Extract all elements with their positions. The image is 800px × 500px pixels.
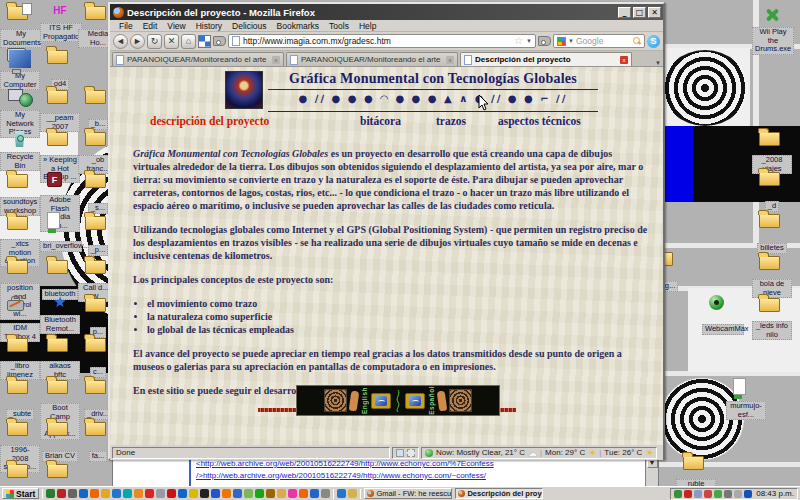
maximize-button[interactable]: □ <box>633 7 646 18</box>
footer-nav-strip[interactable]: English Español <box>296 385 500 416</box>
eye-image[interactable] <box>449 389 472 412</box>
tab-1[interactable]: PARANOIQUEAR/Monitoreando el arte ...x <box>112 52 284 66</box>
forward-button[interactable]: ► <box>130 34 145 49</box>
quick-launch-icon-24[interactable] <box>299 489 308 498</box>
espanol-link[interactable]: Español <box>428 386 435 415</box>
eye-image[interactable] <box>324 389 347 412</box>
weather-entry[interactable]: Tue: 26° C <box>604 448 642 457</box>
quick-launch-icon-12[interactable] <box>167 489 176 498</box>
search-placeholder[interactable]: Google <box>576 36 631 46</box>
back-button[interactable]: ◄ <box>113 34 128 49</box>
archive-link[interactable]: />http://web.archive.org/web/20010516222… <box>196 470 636 482</box>
tray-icon-3[interactable] <box>694 490 702 498</box>
task-button-descripci-n-del-proyecto[interactable]: Descripción del proyecto -... <box>455 488 543 499</box>
quick-launch-icon-18[interactable] <box>233 489 242 498</box>
menu-delicious[interactable]: Delicious <box>227 21 272 31</box>
quick-launch2-icon-1[interactable] <box>337 489 346 498</box>
start-button[interactable]: Start <box>2 488 39 499</box>
weather-entry[interactable]: Mon: 29° C <box>545 448 585 457</box>
scrollbar[interactable]: ▼ <box>645 456 658 486</box>
tab-close-icon[interactable]: x <box>446 56 454 64</box>
english-link[interactable]: English <box>361 387 368 414</box>
tray-icon-8[interactable] <box>744 490 752 498</box>
quick-launch-icon-13[interactable] <box>178 489 187 498</box>
quick-launch-icon-16[interactable] <box>211 489 220 498</box>
tray-icon-1[interactable] <box>674 490 682 498</box>
quick-launch-icon-25[interactable] <box>310 489 319 498</box>
tag-icon[interactable] <box>213 36 226 46</box>
delicious-icon[interactable] <box>198 35 211 48</box>
home-button[interactable]: ⌂ <box>181 34 196 49</box>
quick-launch-icon-6[interactable] <box>101 489 110 498</box>
desktop-icon-bri-overflow[interactable]: bri_overflow... <box>40 210 80 252</box>
desktop-icon-leds-info-nilo[interactable]: _leds info nilo <box>752 292 792 341</box>
tab-2[interactable]: PARANOIQUEAR/Monitoreando el arte ...x <box>286 52 458 66</box>
tab-3[interactable]: Descripción del proyectox <box>460 52 632 66</box>
desktop-icon-wii-play-the-drums-exe[interactable]: Wii Play the Drums.exe <box>752 2 792 55</box>
desktop-icon-my-documents[interactable]: My Documents <box>0 0 40 49</box>
tray-icon-6[interactable] <box>724 490 732 498</box>
quick-launch-icon-11[interactable] <box>156 489 165 498</box>
page-nav-descripción-del-proyecto[interactable]: descripción del proyecto <box>150 115 269 127</box>
close-button[interactable]: ✕ <box>648 7 661 18</box>
desktop-icon-bluetooth-remot[interactable]: ★Bluetooth Remot... <box>40 292 80 335</box>
sync-icon[interactable] <box>396 449 404 457</box>
tab-close-icon[interactable]: x <box>620 56 628 64</box>
quick-launch-icon-3[interactable] <box>68 489 77 498</box>
bookmark-star-icon[interactable]: ☆ <box>514 36 523 46</box>
quick-launch-icon-20[interactable] <box>255 489 264 498</box>
desktop-icon-webcammax[interactable]: WebcamMax <box>702 292 742 335</box>
menu-history[interactable]: History <box>191 21 227 31</box>
menu-tools[interactable]: Tools <box>324 21 354 31</box>
page-nav-trazos[interactable]: trazos <box>436 115 466 127</box>
quick-launch-icon-21[interactable] <box>266 489 275 498</box>
quick-launch-icon-15[interactable] <box>200 489 209 498</box>
tray-icon-7[interactable] <box>734 490 742 498</box>
desktop-icon-brian-cv[interactable]: Brian CV <box>40 416 80 462</box>
quick-launch-icon-9[interactable] <box>134 489 143 498</box>
menu-edit[interactable]: Edit <box>138 21 163 31</box>
url-text[interactable]: http://www.imagia.com.mx/gradesc.htm <box>243 36 511 46</box>
quick-launch-icon-14[interactable] <box>189 489 198 498</box>
url-dropdown-icon[interactable]: ▼ <box>526 38 532 44</box>
desktop-icon-d[interactable]: _d <box>752 166 792 212</box>
banner-thumbnail[interactable] <box>225 71 263 109</box>
skype-icon[interactable]: S <box>647 35 660 48</box>
desktop-icon-murmujo-esf[interactable]: murmujo-esf... <box>726 376 766 421</box>
tray-icon-2[interactable] <box>684 490 692 498</box>
url-bar[interactable]: http://www.imagia.com.mx/gradesc.htm ☆ ▼ <box>228 34 536 48</box>
task-button-gmail-fw-he-reescucha[interactable]: Gmail - FW: he reescucha... <box>364 488 452 499</box>
tab-list-dropdown-icon[interactable]: ▼ <box>655 60 661 66</box>
menu-file[interactable]: File <box>114 21 138 31</box>
desktop-icon-subte[interactable]: _subte <box>0 374 40 420</box>
search-engine-dropdown[interactable]: ▼ <box>568 38 574 44</box>
quick-launch-icon-8[interactable] <box>123 489 132 498</box>
quick-launch-icon-1[interactable] <box>46 489 55 498</box>
tray-icon-4[interactable] <box>704 490 712 498</box>
quick-launch-icon-26[interactable] <box>321 489 330 498</box>
quick-launch-icon-17[interactable] <box>222 489 231 498</box>
search-icon[interactable] <box>633 37 641 45</box>
quick-launch-icon-10[interactable] <box>145 489 154 498</box>
desktop-icon-its-hf-propagation[interactable]: HFITS HF Propagation <box>40 0 80 43</box>
quick-launch-icon-4[interactable] <box>79 489 88 498</box>
stop-button[interactable]: ✕ <box>164 34 179 49</box>
tab-close-icon[interactable]: x <box>272 56 280 64</box>
minimize-button[interactable]: _ <box>618 7 631 18</box>
title-bar[interactable]: Descripción del proyecto - Mozilla Firef… <box>110 4 663 20</box>
menu-help[interactable]: Help <box>354 21 381 31</box>
quick-launch-icon-2[interactable] <box>57 489 66 498</box>
quick-launch-icon-22[interactable] <box>277 489 286 498</box>
tv-icon[interactable] <box>405 393 425 409</box>
quick-launch-icon-7[interactable] <box>112 489 121 498</box>
tray-icon-5[interactable] <box>714 490 722 498</box>
page-nav-bitácora[interactable]: bitácora <box>360 115 401 127</box>
search-box[interactable]: ▼ Google <box>553 34 645 48</box>
weather-entry[interactable]: Now: Mostly Clear, 21° C <box>436 448 525 457</box>
delicious-tag-button[interactable] <box>538 36 551 46</box>
quick-launch2-icon-2[interactable] <box>348 489 357 498</box>
quick-launch-icon-19[interactable] <box>244 489 253 498</box>
desktop-icon-recycle-bin[interactable]: Recycle Bin <box>0 126 40 172</box>
quick-launch-icon-23[interactable] <box>288 489 297 498</box>
reload-button[interactable]: ↻ <box>147 34 162 49</box>
